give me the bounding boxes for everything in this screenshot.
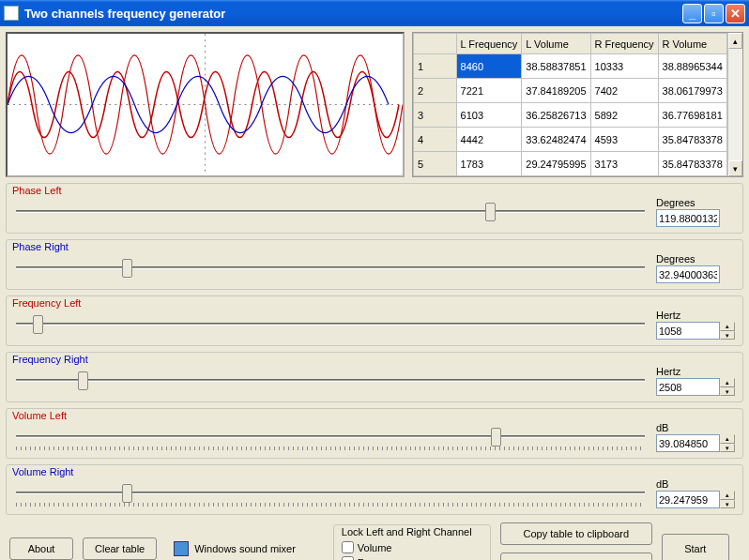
freq-right-input[interactable] [656,378,720,396]
table-row[interactable]: 3 6103 36.25826713589236.77698181 [414,103,727,128]
mixer-icon [174,541,189,556]
phase-right-group: Phase Right Degrees [6,239,743,290]
vol-left-input[interactable] [656,434,720,452]
lock-frequency-checkbox[interactable]: Frequency [342,556,482,560]
lock-title: Lock Left and Right Channel [342,526,482,537]
app-icon [4,6,19,21]
lock-group: Lock Left and Right Channel Volume Frequ… [333,524,491,560]
freq-left-group: Frequency Left Hertz ▴▾ [6,295,743,346]
phase-left-label: Phase Left [12,185,737,196]
freq-left-spinner[interactable]: ▴▾ [720,322,735,340]
vol-right-slider[interactable] [12,482,649,505]
vol-left-spinner[interactable]: ▴▾ [720,434,735,452]
vol-right-group: Volume Right dB ▴▾ [6,464,743,515]
freq-left-input[interactable] [656,322,720,340]
freq-left-label: Frequency Left [12,297,737,309]
vol-left-unit: dB [656,422,737,433]
phase-right-unit: Degrees [656,253,737,265]
waveform-display [6,32,405,177]
titlebar: Two channels frequency generator _ ▫ ✕ [0,0,749,26]
freq-right-spinner[interactable]: ▴▾ [720,378,735,396]
copy-table-button[interactable]: Copy table to clipboard [500,522,652,545]
data-table[interactable]: L Frequency L Volume R Frequency R Volum… [412,32,743,177]
vol-left-label: Volume Left [12,410,737,421]
phase-right-label: Phase Right [12,241,737,252]
freq-left-unit: Hertz [656,310,737,321]
table-scrollbar[interactable]: ▴ ▾ [727,33,742,176]
table-row[interactable]: 4 4442 33.62482474459335.84783378 [414,128,727,152]
freq-right-label: Frequency Right [12,354,737,365]
vol-right-input[interactable] [656,491,720,508]
freq-right-group: Frequency Right Hertz ▴▾ [6,352,743,402]
capture-point-button[interactable]: Capture Data Point to table [500,552,652,560]
phase-right-slider[interactable] [12,257,649,280]
col-lvol[interactable]: L Volume [522,34,590,54]
phase-left-unit: Degrees [656,197,737,208]
phase-left-input[interactable] [656,209,720,227]
close-button[interactable]: ✕ [726,4,745,23]
scroll-down-icon[interactable]: ▾ [728,160,742,176]
minimize-button[interactable]: _ [682,4,702,23]
clear-table-button[interactable]: Clear table [83,537,157,560]
vol-right-spinner[interactable]: ▴▾ [720,491,735,508]
vol-left-group: Volume Left dB ▴▾ [6,408,743,459]
table-row[interactable]: 2 7221 37.84189205740238.06179973 [414,79,727,103]
table-row[interactable]: 5 1783 29.24795995317335.84783378 [414,152,727,176]
start-button[interactable]: Start [662,534,729,560]
window-title: Two channels frequency generator [24,7,680,21]
col-lfreq[interactable]: L Frequency [456,34,522,54]
phase-left-group: Phase Left Degrees [6,183,743,234]
vol-left-slider[interactable] [12,426,649,448]
about-button[interactable]: About [9,537,73,560]
vol-right-unit: dB [656,478,737,490]
table-corner [414,34,457,54]
sound-mixer-link[interactable]: Windows sound mixer [174,541,296,556]
phase-left-slider[interactable] [12,201,649,223]
col-rfreq[interactable]: R Frequency [590,34,658,54]
scroll-up-icon[interactable]: ▴ [728,33,742,49]
vol-right-label: Volume Right [12,466,737,477]
maximize-button[interactable]: ▫ [704,4,724,23]
freq-right-slider[interactable] [12,370,649,392]
freq-left-slider[interactable] [12,313,649,336]
col-rvol[interactable]: R Volume [658,34,726,54]
phase-right-input[interactable] [656,265,720,283]
lock-volume-checkbox[interactable]: Volume [342,541,482,553]
table-row[interactable]: 1 8460 38.588378511033338.88965344 [414,54,727,79]
freq-right-unit: Hertz [656,366,737,377]
content-area: L Frequency L Volume R Frequency R Volum… [0,26,749,560]
